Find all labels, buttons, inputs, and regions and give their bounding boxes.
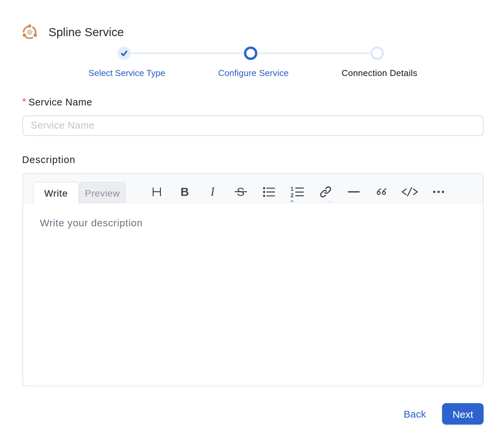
svg-text:1: 1 [290, 186, 293, 192]
svg-text:2: 2 [290, 192, 293, 198]
